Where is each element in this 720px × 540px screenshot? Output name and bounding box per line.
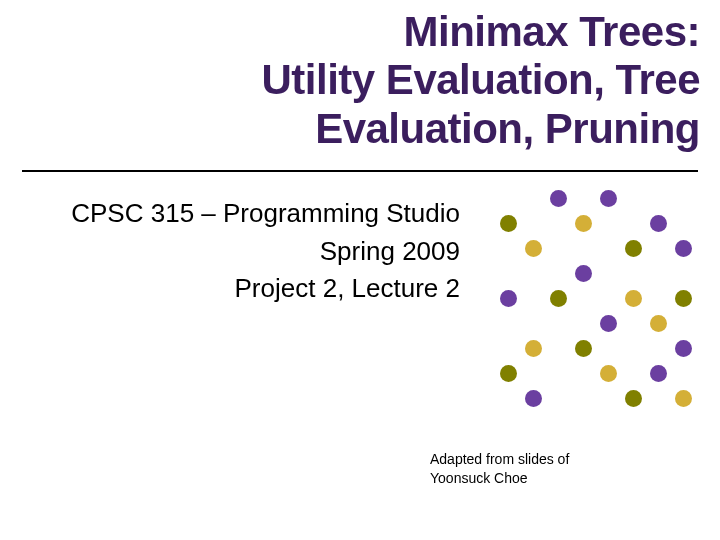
dot-row xyxy=(500,390,700,407)
purple-dot-icon xyxy=(500,290,517,307)
slide: Minimax Trees: Utility Evaluation, Tree … xyxy=(0,0,720,540)
subtitle-line-1: CPSC 315 – Programming Studio xyxy=(60,195,460,233)
dot-row xyxy=(500,240,700,257)
gold-dot-icon xyxy=(650,315,667,332)
decorative-dot-grid xyxy=(500,190,700,415)
purple-dot-icon xyxy=(575,265,592,282)
slide-subtitle: CPSC 315 – Programming Studio Spring 200… xyxy=(60,195,460,308)
gold-dot-icon xyxy=(525,340,542,357)
gold-dot-icon xyxy=(525,240,542,257)
gold-dot-icon xyxy=(675,390,692,407)
purple-dot-icon xyxy=(650,215,667,232)
subtitle-line-3: Project 2, Lecture 2 xyxy=(60,270,460,308)
olive-dot-icon xyxy=(500,215,517,232)
olive-dot-icon xyxy=(625,390,642,407)
purple-dot-icon xyxy=(600,315,617,332)
olive-dot-icon xyxy=(675,290,692,307)
purple-dot-icon xyxy=(600,190,617,207)
dot-row xyxy=(500,315,700,332)
purple-dot-icon xyxy=(675,240,692,257)
slide-title: Minimax Trees: Utility Evaluation, Tree … xyxy=(20,8,700,153)
title-line-3: Evaluation, Pruning xyxy=(20,105,700,153)
title-line-2: Utility Evaluation, Tree xyxy=(20,56,700,104)
purple-dot-icon xyxy=(675,340,692,357)
gold-dot-icon xyxy=(600,365,617,382)
gold-dot-icon xyxy=(575,215,592,232)
title-line-1: Minimax Trees: xyxy=(20,8,700,56)
subtitle-line-2: Spring 2009 xyxy=(60,233,460,271)
olive-dot-icon xyxy=(575,340,592,357)
dot-row xyxy=(500,340,700,357)
dot-row xyxy=(500,265,700,282)
olive-dot-icon xyxy=(550,290,567,307)
credit-line-1: Adapted from slides of xyxy=(430,450,630,469)
horizontal-rule xyxy=(22,170,698,172)
purple-dot-icon xyxy=(650,365,667,382)
dot-row xyxy=(500,290,700,307)
dot-row xyxy=(500,190,700,207)
dot-row xyxy=(500,215,700,232)
gold-dot-icon xyxy=(625,290,642,307)
purple-dot-icon xyxy=(550,190,567,207)
credit-text: Adapted from slides of Yoonsuck Choe xyxy=(430,450,630,488)
olive-dot-icon xyxy=(500,365,517,382)
olive-dot-icon xyxy=(625,240,642,257)
purple-dot-icon xyxy=(525,390,542,407)
dot-row xyxy=(500,365,700,382)
credit-line-2: Yoonsuck Choe xyxy=(430,469,630,488)
